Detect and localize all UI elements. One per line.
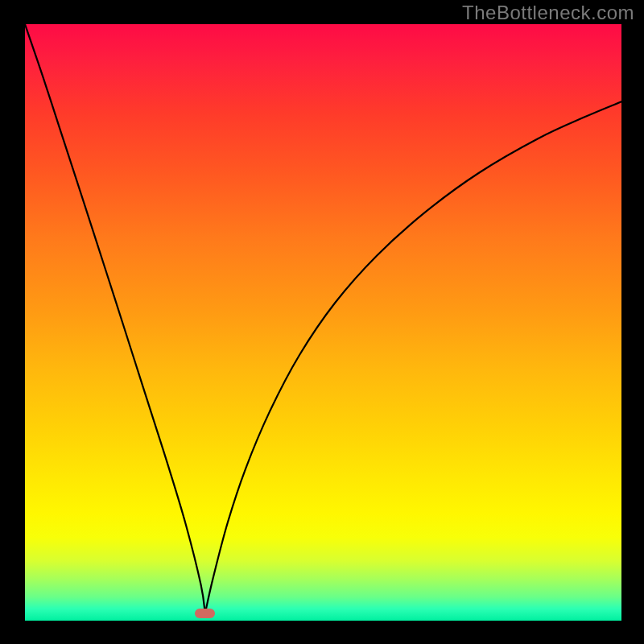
watermark-text: TheBottleneck.com bbox=[462, 2, 634, 24]
curve-svg bbox=[25, 24, 621, 621]
bottleneck-curve bbox=[25, 24, 621, 613]
trough-marker bbox=[195, 609, 215, 618]
plot-area bbox=[25, 24, 621, 621]
chart-container: TheBottleneck.com bbox=[0, 0, 644, 644]
